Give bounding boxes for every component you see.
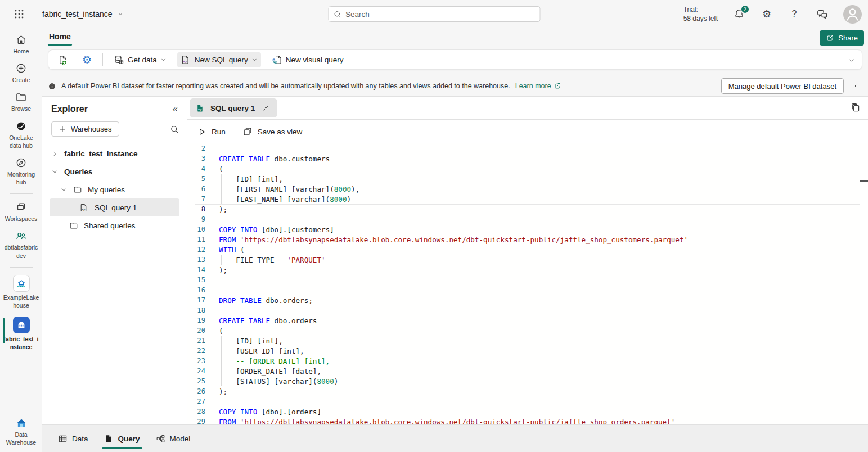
- banner-close-button[interactable]: [849, 79, 862, 93]
- run-button[interactable]: Run: [197, 127, 226, 137]
- code-line[interactable]: 4(: [187, 164, 868, 174]
- tab-model[interactable]: Model: [152, 425, 194, 452]
- nav-browse[interactable]: Browse: [0, 91, 42, 112]
- code-line[interactable]: 14);: [187, 265, 868, 275]
- help-button[interactable]: ?: [788, 8, 800, 20]
- query-settings-button[interactable]: ⚙: [79, 52, 95, 67]
- code-line[interactable]: 9: [187, 214, 868, 224]
- chevron-down-icon: [251, 57, 258, 63]
- manage-dataset-button[interactable]: Manage default Power BI dataset: [721, 78, 844, 94]
- code-line[interactable]: 10COPY INTO [dbo].[customers]: [187, 224, 868, 234]
- nav-data-warehouse[interactable]: Data Warehouse: [0, 417, 42, 446]
- plus-icon: [59, 125, 66, 133]
- tab-query[interactable]: Query: [101, 425, 143, 452]
- lakehouse-icon: [13, 275, 30, 292]
- code-line[interactable]: 18: [187, 305, 868, 315]
- code-line[interactable]: 11FROM 'https://dbtlabsynapsedatalake.bl…: [187, 234, 868, 245]
- code-line[interactable]: 12WITH (: [187, 245, 868, 255]
- tree-item-sql-query-1[interactable]: SQL SQL query 1: [50, 198, 179, 216]
- nav-home[interactable]: Home: [0, 34, 42, 55]
- search-box[interactable]: [328, 6, 540, 22]
- nav-item-examplelakehouse[interactable]: ExampleLakehouse: [0, 275, 42, 309]
- chevron-down-icon: [51, 168, 59, 175]
- code-line[interactable]: 28COPY INTO [dbo].[orders]: [187, 406, 868, 417]
- sql-editor[interactable]: 23CREATE TABLE dbo.customers4(5 [ID] [in…: [187, 143, 868, 424]
- explorer-search-icon[interactable]: [170, 125, 179, 134]
- feedback-button[interactable]: [816, 8, 828, 20]
- settings-button[interactable]: ⚙: [761, 8, 773, 20]
- code-line[interactable]: 6 [FIRST_NAME] [varchar](8000),: [187, 184, 868, 194]
- code-line[interactable]: 7 [LAST_NAME] [varchar](8000): [187, 194, 868, 204]
- warehouse-icon: [13, 317, 30, 333]
- editor-scrollbar-track[interactable]: [860, 143, 860, 424]
- save-as-view-icon: [242, 126, 253, 137]
- person-icon: [843, 5, 862, 24]
- code-line[interactable]: 19CREATE TABLE dbo.orders: [187, 315, 868, 326]
- external-link-icon: [554, 82, 561, 90]
- learn-more-link[interactable]: Learn more: [515, 82, 561, 90]
- save-as-view-button[interactable]: Save as view: [242, 126, 303, 137]
- new-visual-query-button[interactable]: New visual query: [268, 52, 347, 67]
- add-warehouses-button[interactable]: Warehouses: [51, 121, 119, 137]
- onelake-icon: [15, 120, 27, 132]
- copy-icon: [850, 102, 861, 113]
- query-tab-sql-query-1[interactable]: SQL SQL query 1: [190, 98, 277, 117]
- copy-button[interactable]: [850, 102, 861, 113]
- tree-item-warehouse-root[interactable]: fabric_test_instance: [50, 144, 179, 162]
- app-launcher-button[interactable]: [11, 6, 27, 22]
- nav-item-fabric-test-instance[interactable]: fabric_test_instance: [0, 317, 42, 351]
- tree-item-queries[interactable]: Queries: [50, 162, 179, 180]
- account-avatar[interactable]: [843, 5, 862, 24]
- get-data-button[interactable]: Get data: [110, 52, 170, 67]
- ribbon-tab-bar: Home Share: [42, 28, 868, 48]
- code-line[interactable]: 29FROM 'https://dbtlabsynapsedatalake.bl…: [187, 417, 868, 424]
- code-line[interactable]: 25 [STATUS] [varchar](8000): [187, 376, 868, 386]
- search-input[interactable]: [345, 10, 535, 19]
- visual-query-icon: [272, 55, 282, 65]
- line-number: 26: [192, 387, 205, 395]
- nav-monitoring-hub[interactable]: Monitoring hub: [0, 157, 42, 186]
- share-button[interactable]: Share: [820, 30, 864, 46]
- nav-workspace-dbtlabsfabricdev[interactable]: dbtlabsfabricdev: [0, 230, 42, 259]
- nav-onelake-data-hub[interactable]: OneLake data hub: [0, 120, 42, 150]
- tab-data[interactable]: Data: [55, 425, 92, 452]
- code-line[interactable]: 23 -- [ORDER_DATE] [int],: [187, 356, 868, 366]
- workspace-switcher[interactable]: fabric_test_instance: [42, 0, 124, 28]
- tab-home[interactable]: Home: [48, 30, 72, 43]
- code-line[interactable]: 15: [187, 275, 868, 285]
- query-document-icon: [104, 434, 114, 444]
- sql-file-icon: SQL: [79, 203, 89, 213]
- code-line[interactable]: 22 [USER_ID] [int],: [187, 346, 868, 356]
- line-number: 11: [192, 236, 205, 243]
- gear-icon: ⚙: [762, 9, 771, 19]
- line-number: 21: [192, 337, 205, 345]
- explorer-title: Explorer: [51, 104, 88, 114]
- code-line[interactable]: 26);: [187, 386, 868, 396]
- tree-item-my-queries[interactable]: My queries: [50, 180, 179, 198]
- code-line[interactable]: 2: [187, 143, 868, 153]
- line-number: 27: [192, 397, 205, 405]
- refresh-button[interactable]: [54, 52, 71, 67]
- chevron-right-icon: [51, 150, 59, 157]
- tree-item-shared-queries[interactable]: Shared queries: [50, 216, 179, 234]
- code-line[interactable]: 20(: [187, 326, 868, 336]
- line-number: 24: [192, 367, 205, 375]
- code-line[interactable]: 24 [ORDER_DATE] [date],: [187, 366, 868, 376]
- new-sql-query-button[interactable]: SQL New SQL query: [177, 52, 261, 67]
- code-line[interactable]: 16: [187, 285, 868, 295]
- code-line[interactable]: 17DROP TABLE dbo.orders;: [187, 295, 868, 305]
- code-line[interactable]: 8);: [187, 204, 868, 214]
- line-number: 6: [192, 185, 205, 193]
- code-line[interactable]: 13 FILE_TYPE = 'PARQUET': [187, 255, 868, 265]
- compass-icon: [15, 157, 27, 169]
- collapse-explorer-button[interactable]: «: [173, 103, 178, 115]
- code-line[interactable]: 3CREATE TABLE dbo.customers: [187, 153, 868, 164]
- code-line[interactable]: 27: [187, 396, 868, 406]
- collapse-ribbon-button[interactable]: [848, 57, 855, 64]
- code-line[interactable]: 5 [ID] [int],: [187, 174, 868, 184]
- notifications-button[interactable]: 2: [733, 8, 745, 20]
- nav-workspaces[interactable]: Workspaces: [0, 201, 42, 223]
- nav-create[interactable]: Create: [0, 62, 42, 84]
- code-line[interactable]: 21 [ID] [int],: [187, 336, 868, 346]
- close-query-tab-button[interactable]: [260, 102, 271, 114]
